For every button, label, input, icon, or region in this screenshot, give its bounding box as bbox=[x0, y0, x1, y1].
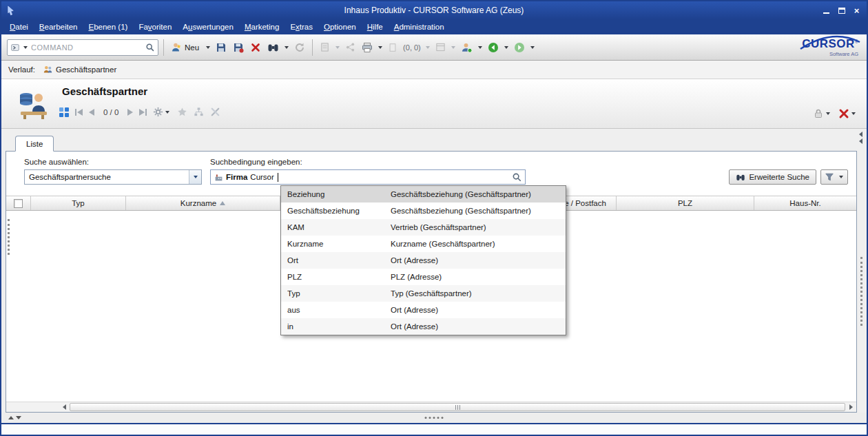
list-panel: Suche auswählen: Suchbedingung eingeben:… bbox=[6, 151, 857, 413]
menu-item-favoriten[interactable]: Favoriten bbox=[133, 21, 177, 33]
chevron-down-icon bbox=[194, 176, 198, 178]
search-button[interactable] bbox=[265, 39, 281, 56]
filter-button[interactable] bbox=[820, 169, 848, 185]
navigate-back-dropdown-icon[interactable] bbox=[504, 46, 508, 49]
new-record-dropdown-icon[interactable] bbox=[206, 46, 210, 49]
menu-item-marketing[interactable]: Marketing bbox=[239, 21, 285, 33]
column-header-kurzname[interactable]: Kurzname bbox=[126, 196, 280, 210]
lock-icon bbox=[813, 108, 824, 119]
suggestion-row-geschäftsbeziehung[interactable]: GeschäftsbeziehungGeschäftsbeziehung (Ge… bbox=[281, 203, 566, 219]
delete-record-button[interactable] bbox=[838, 108, 857, 119]
window-layout-icon bbox=[435, 42, 446, 52]
history-entry-geschaeftspartner[interactable]: Geschäftspartner bbox=[39, 63, 120, 76]
online-status-button[interactable] bbox=[459, 39, 475, 56]
star-icon bbox=[177, 107, 187, 117]
right-splitter[interactable] bbox=[858, 132, 865, 402]
delete-button[interactable] bbox=[248, 39, 263, 56]
menu-item-ebenen-1[interactable]: Ebenen (1) bbox=[83, 21, 134, 33]
menu-item-extras[interactable]: Extras bbox=[285, 21, 318, 33]
online-status-dropdown-icon[interactable] bbox=[478, 46, 482, 49]
menu-item-hilfe[interactable]: Hilfe bbox=[362, 21, 389, 33]
scroll-left-button[interactable] bbox=[59, 402, 70, 412]
contact-status-icon bbox=[461, 42, 473, 53]
view-settings-dropdown-icon[interactable] bbox=[165, 111, 169, 114]
column-header-plz[interactable]: PLZ bbox=[617, 196, 754, 210]
new-record-button[interactable]: Neu bbox=[169, 39, 203, 56]
save-icon bbox=[216, 42, 227, 53]
print-button[interactable] bbox=[360, 39, 375, 56]
navigate-forward-button[interactable] bbox=[512, 39, 527, 56]
select-all-checkbox[interactable] bbox=[14, 199, 23, 208]
suggestion-row-aus[interactable]: ausOrt (Adresse) bbox=[281, 302, 566, 318]
suggestion-row-plz[interactable]: PLZPLZ (Adresse) bbox=[281, 269, 566, 285]
search-condition-input[interactable]: Firma Cursor bbox=[210, 169, 526, 185]
search-dropdown-icon[interactable] bbox=[285, 46, 289, 49]
minimize-button[interactable] bbox=[820, 6, 832, 16]
column-header-select[interactable] bbox=[6, 196, 31, 210]
print-dropdown-icon[interactable] bbox=[378, 46, 382, 49]
command-combobox[interactable]: COMMAND bbox=[7, 39, 158, 56]
suggestion-row-in[interactable]: inOrt (Adresse) bbox=[281, 318, 566, 335]
navigate-back-button[interactable] bbox=[486, 39, 501, 56]
suggestion-row-beziehung[interactable]: BeziehungGeschäftsbeziehung (Geschäftspa… bbox=[281, 186, 566, 203]
right-splitter-grip[interactable] bbox=[860, 257, 862, 326]
maximize-button[interactable] bbox=[836, 6, 847, 16]
binoculars-icon bbox=[736, 173, 745, 182]
save-button[interactable] bbox=[214, 39, 229, 56]
suggestion-row-kurzname[interactable]: KurznameKurzname (Geschäftspartner) bbox=[281, 236, 566, 252]
bottom-splitter[interactable] bbox=[1, 413, 867, 423]
menu-item-datei[interactable]: Datei bbox=[4, 21, 34, 33]
binoculars-icon bbox=[267, 42, 279, 53]
search-field-magnifier-icon[interactable] bbox=[512, 172, 522, 183]
page-setup-button bbox=[386, 39, 400, 56]
refresh-button bbox=[292, 39, 307, 56]
suggestion-description: Geschäftsbeziehung (Geschäftspartner) bbox=[391, 190, 566, 198]
command-dropdown-icon[interactable] bbox=[23, 46, 28, 49]
lock-button[interactable] bbox=[813, 108, 831, 119]
collapse-buttons[interactable] bbox=[859, 132, 862, 144]
next-record-button bbox=[127, 109, 133, 116]
suggestion-description: Geschäftsbeziehung (Geschäftspartner) bbox=[391, 207, 566, 215]
menu-item-optionen[interactable]: Optionen bbox=[318, 21, 362, 33]
delete-record-dropdown-icon[interactable] bbox=[851, 112, 856, 115]
forward-circle-icon bbox=[514, 42, 525, 53]
document-action-button bbox=[318, 39, 332, 56]
horizontal-scrollbar[interactable] bbox=[59, 402, 856, 412]
suggestion-field: PLZ bbox=[287, 273, 391, 281]
command-search-icon[interactable] bbox=[145, 43, 155, 52]
toolbar-separator bbox=[163, 39, 164, 56]
suggestion-row-typ[interactable]: TypTyp (Geschäftspartner) bbox=[281, 285, 566, 302]
tab-liste[interactable]: Liste bbox=[15, 136, 54, 152]
grip-dots bbox=[425, 417, 444, 419]
menu-item-auswertungen[interactable]: Auswertungen bbox=[177, 21, 239, 33]
suggestion-row-kam[interactable]: KAMVertrieb (Geschäftspartner) bbox=[281, 219, 566, 236]
left-splitter-grip[interactable] bbox=[8, 219, 10, 255]
suggestion-row-ort[interactable]: OrtOrt (Adresse) bbox=[281, 252, 566, 269]
splitter-arrows[interactable] bbox=[8, 416, 21, 419]
search-select-combobox[interactable]: Geschäftspartnersuche bbox=[24, 169, 202, 185]
lock-dropdown-icon[interactable] bbox=[826, 112, 830, 115]
navigate-forward-dropdown-icon[interactable] bbox=[530, 46, 535, 49]
status-bar bbox=[1, 423, 867, 435]
column-header-typ[interactable]: Typ bbox=[31, 196, 126, 210]
share-icon bbox=[345, 42, 355, 52]
list-view-icon[interactable] bbox=[59, 107, 69, 117]
logo-swoosh-icon bbox=[798, 34, 861, 52]
close-button[interactable]: × bbox=[851, 6, 862, 16]
window-title: Inhaus Produktiv - CURSOR Software AG (Z… bbox=[1, 6, 867, 15]
menu-item-bearbeiten[interactable]: Bearbeiten bbox=[34, 21, 83, 33]
advanced-search-button[interactable]: Erweiterte Suche bbox=[729, 169, 816, 185]
new-record-label: Neu bbox=[183, 43, 200, 52]
menu-item-administration[interactable]: Administration bbox=[389, 21, 450, 33]
view-settings-button[interactable] bbox=[153, 107, 171, 117]
search-condition-label: Suchbedingung eingeben: bbox=[210, 158, 302, 166]
combobox-arrow[interactable] bbox=[189, 170, 201, 184]
expand-up-icon bbox=[8, 416, 14, 419]
horizontal-scrollbar-thumb[interactable] bbox=[70, 403, 845, 411]
filter-dropdown-icon[interactable] bbox=[839, 176, 843, 178]
scroll-right-button[interactable] bbox=[845, 402, 856, 412]
column-header-haus-nr[interactable]: Haus-Nr. bbox=[754, 196, 856, 210]
save-all-button[interactable] bbox=[231, 39, 246, 56]
command-input[interactable]: COMMAND bbox=[31, 43, 143, 52]
record-counter: 0 / 0 bbox=[101, 108, 121, 116]
